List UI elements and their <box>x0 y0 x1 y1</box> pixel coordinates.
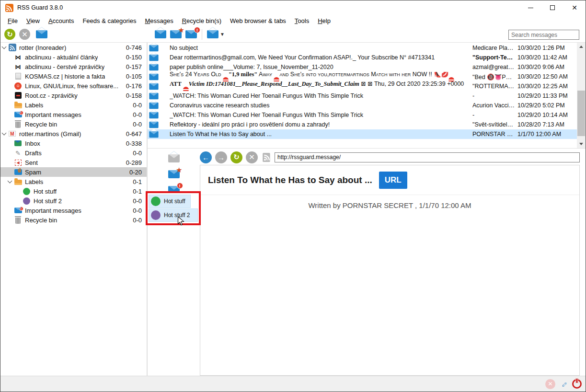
forward-button[interactable]: → <box>215 151 227 163</box>
mark-unread-button[interactable]: ! <box>185 30 197 38</box>
feed-label: rotter (Inoreader) <box>19 44 66 51</box>
scroll-up-icon[interactable] <box>577 43 586 51</box>
menu-item-tools[interactable]: Tools <box>290 16 313 26</box>
label-text: Hot stuff <box>164 198 185 205</box>
sent-icon: ◀ <box>14 159 22 167</box>
message-subject: paper publish online___Volume: 7, Issue_… <box>170 64 472 70</box>
back-button[interactable]: ← <box>200 151 212 163</box>
feed-row-abclinuxu-erstv-zpr-vi-ky[interactable]: ⋈abclinuxu - čerstvé zprávičky0-157 <box>0 62 147 71</box>
label-color-icon <box>151 196 161 206</box>
feed-row-sent[interactable]: ◀Sent0-289 <box>0 158 147 167</box>
feed-row-important-messages[interactable]: !Important messages0-0 <box>0 110 147 119</box>
fullscreen-button[interactable]: ⇔ <box>559 380 568 389</box>
message-date: 10/30/20 1:26 PM <box>515 45 577 51</box>
message-row[interactable]: Listen To What he Has to Say about ...PO… <box>148 129 577 139</box>
feed-row-abclinuxu-aktu-ln-l-nky[interactable]: ⋈abclinuxu - aktuální články0-150 <box>0 52 147 62</box>
feed-label: Hot stuff 2 <box>34 197 62 205</box>
message-sender: - <box>472 112 515 118</box>
minimize-icon <box>528 8 533 8</box>
message-row[interactable]: _WATCH: This Woman Cured Her Toenail Fun… <box>148 110 577 120</box>
feed-count: 0-0 <box>133 197 147 205</box>
close-button[interactable]: ✕ <box>563 0 586 15</box>
feed-label: Labels <box>25 102 43 109</box>
menu-item-feeds-categories[interactable]: Feeds & categories <box>78 16 140 26</box>
menu-item-web-browser-tabs[interactable]: Web browser & tabs <box>226 16 290 26</box>
message-subject: Dear rottermartinos@gmail.com, We Need Y… <box>170 54 472 61</box>
kosmas-icon <box>14 72 22 81</box>
menu-item-messages[interactable]: Messages <box>140 16 177 26</box>
feed-row-recycle-bin[interactable]: Recycle bin0-0 <box>0 215 147 225</box>
mail-read-icon <box>155 30 166 38</box>
feed-count: 0-0 <box>133 121 147 128</box>
maximize-button[interactable] <box>541 0 563 15</box>
feed-row-inbox[interactable]: Inbox0-338 <box>0 138 147 148</box>
feed-row-important-messages[interactable]: !Important messages0-0 <box>0 206 147 215</box>
feed-row-root-cz-zpr-vi-ky[interactable]: Root.cz - zprávičky0-158 <box>0 91 147 100</box>
message-sender: "Svět-svítidel.cz" ... <box>472 121 515 128</box>
message-row[interactable]: Reflektory - ideální pro práci i pro osv… <box>148 120 577 129</box>
reload-button[interactable]: ↻ <box>230 151 242 163</box>
feed-count: 0-176 <box>126 82 147 90</box>
feed-count: 0-338 <box>126 140 147 147</box>
message-date: 10/29/20 5:02 PM <box>515 102 577 109</box>
mark-message-important-button[interactable]: ★ <box>168 170 180 180</box>
feed-row-rotter-martinos-gmail[interactable]: Mrotter.martinos (Gmail)0-647 <box>0 129 147 138</box>
minimize-button[interactable] <box>519 0 541 15</box>
message-row[interactable]: She's 24 Years Old ⛔"1,9 miles" Away ⛔an… <box>148 72 577 81</box>
message-row[interactable]: Coronavirus vaccine research studiesAcur… <box>148 101 577 110</box>
label-color-icon <box>151 210 161 220</box>
message-menu-button[interactable]: ▼ <box>207 30 225 38</box>
close-icon: ✕ <box>572 4 577 11</box>
message-subject: Coronavirus vaccine research studies <box>170 102 472 109</box>
label-item-hot-stuff-2[interactable]: Hot stuff 2 <box>149 208 198 222</box>
feed-row-recycle-bin[interactable]: Recycle bin0-0 <box>0 119 147 129</box>
menu-item-help[interactable]: Help <box>313 16 335 26</box>
feed-row-hot-stuff-2[interactable]: Hot stuff 20-0 <box>0 196 147 206</box>
stop-tasks-button[interactable]: ✕ <box>19 29 30 40</box>
message-row[interactable]: paper publish online___Volume: 7, Issue_… <box>148 62 577 72</box>
feed-label: Spam <box>25 169 41 176</box>
feed-count: 0-0 <box>133 207 147 214</box>
quit-button[interactable] <box>572 379 582 389</box>
message-date: 10/30/20 11:42 AM <box>515 54 577 61</box>
message-date: 1/1/70 12:00 AM <box>515 131 577 138</box>
sync-feeds-button[interactable]: ↻ <box>4 29 15 40</box>
feed-label: KOSMAS.cz | historie a fakta <box>25 73 105 80</box>
feed-row-spam[interactable]: Spam0-20 <box>0 167 147 177</box>
chevron-expanded-icon[interactable] <box>8 179 12 184</box>
message-row[interactable]: ATT ⛔Victim ID:1741081__Please_Respond__… <box>148 81 577 91</box>
feed-label: Linux, GNU/Linux, free software... <box>25 82 118 90</box>
feed-label: Sent <box>25 159 38 166</box>
message-vertical-toolbar: ★ ! Hot stuffHot stuff 2 <box>148 149 200 376</box>
menu-item-view[interactable]: View <box>22 16 44 26</box>
message-sender: "Bed 🔞👅Partne... <box>472 73 515 81</box>
open-url-button[interactable]: URL <box>379 172 407 189</box>
feed-row-linux-gnu-linux-free-software[interactable]: ☺Linux, GNU/Linux, free software...0-176 <box>0 81 147 91</box>
feed-row-rotter-inoreader[interactable]: rotter (Inoreader)0-746 <box>0 43 147 52</box>
menu-item-accounts[interactable]: Accounts <box>44 16 78 26</box>
search-input[interactable] <box>508 30 579 40</box>
menu-item-file[interactable]: File <box>3 16 22 26</box>
message-list-scrollbar[interactable] <box>577 43 586 148</box>
mark-message-read-button[interactable] <box>168 154 180 164</box>
mark-read-button[interactable] <box>155 30 166 38</box>
message-row[interactable]: No subjectMedicare Plan <e...10/30/20 1:… <box>148 43 577 53</box>
menu-item-recycle-bin-s[interactable]: Recycle bin(s) <box>178 16 226 26</box>
message-row[interactable]: Dear rottermartinos@gmail.com, We Need Y… <box>148 53 577 62</box>
feed-row-kosmas-cz-historie-a-fakta[interactable]: KOSMAS.cz | historie a fakta0-105 <box>0 71 147 81</box>
stop-load-button[interactable]: ✕ <box>246 151 258 163</box>
chevron-expanded-icon[interactable] <box>2 131 7 136</box>
feed-row-drafts[interactable]: ✎Drafts0-0 <box>0 148 147 158</box>
mark-all-read-button[interactable] <box>36 30 47 38</box>
feed-row-hot-stuff[interactable]: Hot stuff0-1 <box>0 186 147 196</box>
feed-row-labels[interactable]: Labels0-1 <box>0 177 147 186</box>
chevron-expanded-icon[interactable] <box>2 45 7 49</box>
feed-row-labels[interactable]: Labels0-0 <box>0 100 147 110</box>
mark-important-button[interactable]: ★ <box>170 30 182 38</box>
url-field[interactable] <box>275 152 580 162</box>
message-row[interactable]: _WATCH: This Woman Cured Her Toenail Fun… <box>148 91 577 101</box>
scrollbar-thumb[interactable] <box>577 91 585 136</box>
label-item-hot-stuff[interactable]: Hot stuff <box>149 195 191 208</box>
scroll-down-icon[interactable] <box>577 140 586 148</box>
message-sender: PORNSTAR SECR... <box>472 131 515 138</box>
